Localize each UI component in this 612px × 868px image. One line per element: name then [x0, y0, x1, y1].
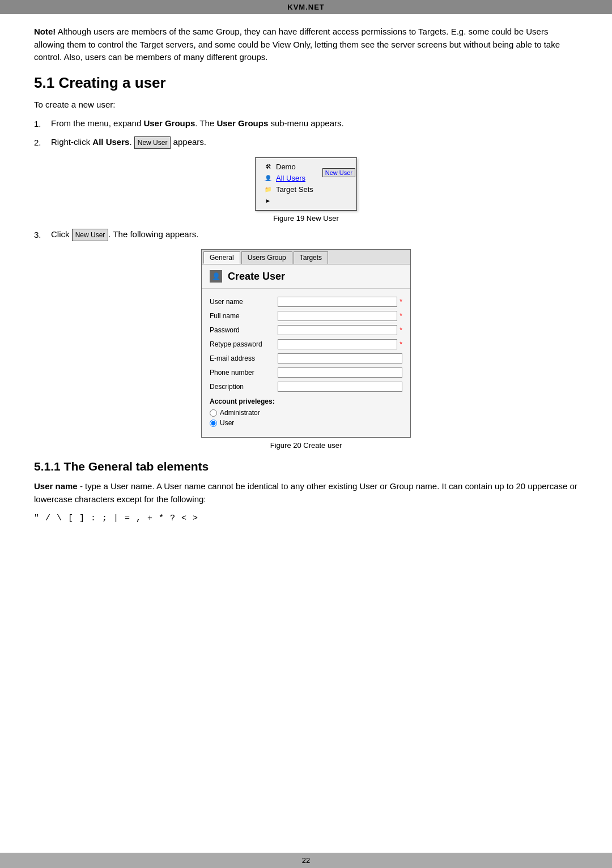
step-1-content: From the menu, expand User Groups. The U… — [51, 117, 578, 130]
monitor-icon: 🛠 — [264, 163, 273, 172]
figure-20-container: General Users Group Targets 👤 Create Use… — [34, 249, 578, 450]
radio-user[interactable] — [210, 420, 217, 427]
step-2: 2. Right-click All Users. New User appea… — [34, 136, 578, 149]
field-email-input[interactable] — [278, 353, 402, 364]
field-retype-row: Retype password * — [210, 339, 402, 349]
step-3: 3. Click New User. The following appears… — [34, 228, 578, 242]
username-bold: User name — [34, 481, 78, 491]
field-password-row: Password * — [210, 325, 402, 335]
create-user-icon: 👤 — [210, 270, 222, 283]
form-header: 👤 Create User — [202, 264, 410, 289]
field-fullname-row: Full name * — [210, 311, 402, 321]
field-phone-input[interactable] — [278, 367, 402, 378]
tab-general[interactable]: General — [203, 251, 240, 264]
field-retype-label: Retype password — [210, 340, 278, 348]
menu-item-extra: ► — [262, 195, 350, 207]
figure-19-container: 🛠 Demo 👤 All Users New User 📁 Target Set… — [34, 157, 578, 223]
field-retype-required: * — [400, 340, 402, 348]
menu-mockup: 🛠 Demo 👤 All Users New User 📁 Target Set… — [255, 157, 357, 211]
form-body: User name * Full name * Password * — [202, 289, 410, 437]
new-user-inline-btn-1[interactable]: New User — [134, 136, 171, 149]
menu-item-allusers[interactable]: 👤 All Users New User — [262, 173, 350, 184]
subsection-para1: User name - type a User name. A User nam… — [34, 480, 578, 506]
field-password-required: * — [400, 326, 402, 334]
field-fullname-required: * — [400, 312, 402, 320]
radio-user-row: User — [210, 419, 402, 427]
field-username-row: User name * — [210, 297, 402, 307]
account-section: Account priveleges: Administrator User — [210, 397, 402, 427]
note-bold: Note! — [34, 27, 56, 36]
field-phone-label: Phone number — [210, 369, 278, 377]
tab-users-group[interactable]: Users Group — [241, 251, 292, 264]
field-description-label: Description — [210, 383, 278, 391]
form-header-title: Create User — [228, 271, 285, 283]
steps-list: 1. From the menu, expand User Groups. Th… — [34, 117, 578, 149]
main-content: Note! Although users are members of the … — [0, 14, 612, 853]
tab-targets[interactable]: Targets — [294, 251, 328, 264]
field-fullname-label: Full name — [210, 312, 278, 320]
radio-user-label: User — [220, 419, 234, 427]
note-paragraph: Note! Although users are members of the … — [34, 25, 578, 64]
field-retype-input[interactable] — [278, 339, 397, 349]
radio-administrator-row: Administrator — [210, 409, 402, 417]
subsection-para1-text: - type a User name. A User name cannot b… — [34, 481, 577, 504]
new-user-inline-btn-2[interactable]: New User — [72, 229, 109, 241]
header-title: KVM.NET — [287, 3, 325, 11]
field-username-label: User name — [210, 298, 278, 306]
header-bar: KVM.NET — [0, 0, 612, 14]
step-3-list: 3. Click New User. The following appears… — [34, 228, 578, 242]
field-username-input[interactable] — [278, 297, 397, 307]
field-password-label: Password — [210, 326, 278, 334]
field-email-label: E-mail address — [210, 354, 278, 362]
figure-19-caption: Figure 19 New User — [273, 214, 339, 223]
field-email-row: E-mail address — [210, 353, 402, 364]
field-description-row: Description — [210, 382, 402, 392]
intro-text: To create a new user: — [34, 100, 578, 109]
field-username-required: * — [400, 298, 402, 306]
step-1: 1. From the menu, expand User Groups. Th… — [34, 117, 578, 131]
step-2-content: Right-click All Users. New User appears. — [51, 136, 578, 149]
user-icon: 👤 — [264, 174, 273, 183]
figure-20-caption: Figure 20 Create user — [270, 441, 342, 450]
radio-administrator-label: Administrator — [220, 409, 260, 417]
step-3-num: 3. — [34, 228, 51, 242]
field-description-input[interactable] — [278, 382, 402, 392]
new-user-badge[interactable]: New User — [322, 168, 355, 177]
field-fullname-input[interactable] — [278, 311, 397, 321]
arrow-icon: ► — [264, 196, 273, 206]
field-password-input[interactable] — [278, 325, 397, 335]
form-tabs: General Users Group Targets — [202, 250, 410, 264]
create-user-form: General Users Group Targets 👤 Create Use… — [201, 249, 411, 438]
account-label: Account priveleges: — [210, 397, 402, 405]
menu-item-targetsets: 📁 Target Sets — [262, 184, 350, 195]
code-chars: " / \ [ ] : ; | = , + * ? < > — [34, 514, 578, 523]
subsection-heading: 5.1.1 The General tab elements — [34, 460, 578, 473]
radio-administrator[interactable] — [210, 409, 217, 417]
folder-icon: 📁 — [264, 185, 273, 194]
step-1-num: 1. — [34, 117, 51, 131]
page-number: 22 — [302, 856, 310, 865]
step-2-num: 2. — [34, 136, 51, 149]
footer-bar: 22 — [0, 853, 612, 868]
step-3-content: Click New User. The following appears. — [51, 228, 578, 241]
field-phone-row: Phone number — [210, 367, 402, 378]
note-text: Although users are members of the same G… — [34, 27, 560, 62]
section-heading: 5.1 Creating a user — [34, 74, 578, 92]
